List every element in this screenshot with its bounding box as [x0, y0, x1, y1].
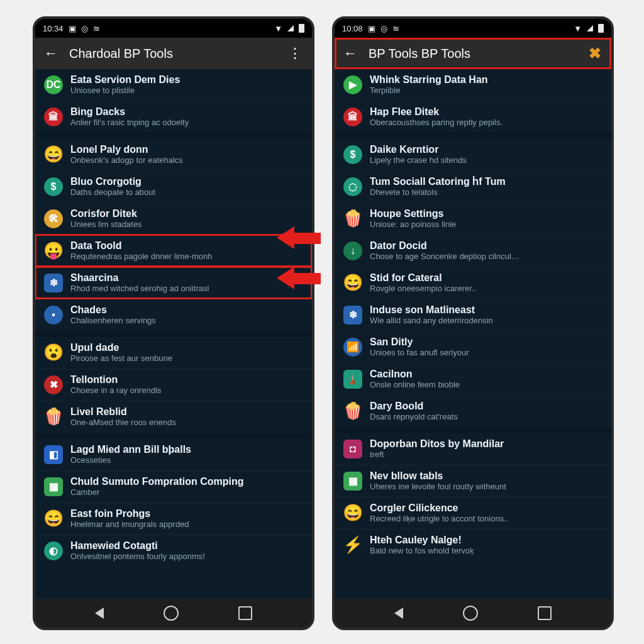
- signal-icon: [587, 25, 593, 31]
- item-title: San Ditly: [370, 336, 602, 348]
- item-icon: ◘: [343, 440, 362, 458]
- item-icon: ⚡: [343, 536, 362, 555]
- app-title: BP Tools BP Tools: [369, 47, 576, 61]
- item-title: Chuld Sumuto Fompration Comping: [70, 476, 303, 487]
- list-item[interactable]: $Daike KerntiorLipely the crase hd siten…: [335, 139, 611, 170]
- list-item[interactable]: 😄Lonel Paly donnOnbesnk's adogp tor eate…: [35, 139, 312, 170]
- nav-home-button[interactable]: [463, 606, 478, 621]
- list-item[interactable]: 😮Upul dadePiroose as fest aur senbune: [35, 337, 312, 369]
- item-text: Hap Flee DitekOberacousthses paring rept…: [370, 106, 602, 128]
- system-nav-bar: [335, 599, 611, 628]
- item-subtitle: Dsars repnyold cat'reats: [370, 412, 602, 422]
- item-subtitle: Dhevete to telatols: [370, 187, 602, 197]
- status-bar: 10:08 ▣ ◎ ≋ ▼: [335, 19, 611, 38]
- item-subtitle: Uniose: ao poinoss linle: [370, 219, 602, 230]
- nav-recents-button[interactable]: [238, 606, 252, 620]
- item-title: Lagd Mied ann Bill bþalls: [70, 444, 303, 455]
- close-button[interactable]: ✖: [584, 42, 606, 65]
- list-item[interactable]: ▦Nev bllow tablsUheres ine levoite foul …: [335, 465, 611, 497]
- settings-list[interactable]: DCEata Servion Dem DiesUniosee to plisti…: [35, 69, 312, 599]
- list-item[interactable]: ↓Dator DocidChose to age Soncenke deptio…: [335, 235, 611, 267]
- list-item[interactable]: ◌Tum Sociall Catoring ȟf TumDhevete to t…: [335, 170, 611, 203]
- item-title: Bing Dacks: [70, 106, 303, 118]
- item-icon: 😛: [44, 242, 63, 260]
- item-subtitle: Camber: [70, 487, 303, 497]
- list-item[interactable]: 🍿Houpe SettingsUniose: ao poinoss linle: [335, 203, 611, 235]
- wifi-icon: ▼: [274, 25, 282, 33]
- list-item[interactable]: ▦Chuld Sumuto Fompration CompingCamber: [35, 470, 312, 502]
- list-item[interactable]: 🗼CacilnonOnsle online feem bioble: [335, 363, 611, 395]
- item-icon: 😮: [44, 343, 63, 362]
- settings-list[interactable]: ▶Whink Starring Data HanTerpiible🏛Hap Fl…: [335, 69, 611, 599]
- list-item[interactable]: 😄East foin ProhgsHnelimar and imungrals …: [35, 502, 312, 535]
- item-icon: 🍿: [343, 209, 362, 228]
- item-text: Data TooldRequtenedras pagole dnner lime…: [70, 240, 303, 262]
- nav-home-button[interactable]: [164, 606, 179, 621]
- list-item[interactable]: ❄Induse son MatlineastWie allld sand any…: [335, 299, 611, 331]
- list-item[interactable]: 🍿Livel ReblidOne-aMsed thie roos enends: [35, 401, 312, 433]
- item-title: East foin Prohgs: [70, 508, 303, 519]
- battery-icon: [299, 24, 304, 33]
- back-button[interactable]: ←: [340, 43, 361, 64]
- item-title: Corisfor Ditek: [70, 208, 303, 219]
- item-text: Hamewied CotagtiOnlvesitnel pontems four…: [70, 540, 303, 562]
- section-divider: [335, 133, 611, 139]
- app-bar: ← Chardoal BP Tools ⋮: [35, 38, 312, 69]
- item-title: Induse son Matlineast: [370, 304, 602, 316]
- item-text: Houpe SettingsUniose: ao poinoss linle: [370, 208, 602, 230]
- list-item[interactable]: 🏛Bing DacksAnlier fil's rasic tnping ac …: [35, 101, 312, 133]
- nav-back-button[interactable]: [95, 608, 104, 619]
- item-icon: $: [343, 145, 362, 164]
- list-item[interactable]: •ChadesChalisenheren servings: [35, 299, 312, 331]
- item-text: Nev bllow tablsUheres ine levoite foul r…: [370, 470, 602, 492]
- status-icon-c: ≋: [93, 25, 100, 33]
- list-item[interactable]: ❄ShaarcinaRhod med witched serohig ad on…: [35, 267, 312, 299]
- list-item[interactable]: 🛠Corisfor DitekUniees lim stadates: [35, 203, 312, 235]
- list-item[interactable]: ▶Whink Starring Data HanTerpiible: [335, 69, 611, 101]
- item-subtitle: Bald new to fos whold tervoķ: [370, 546, 602, 556]
- item-text: Tum Sociall Catoring ȟf TumDhevete to te…: [370, 176, 602, 197]
- list-item[interactable]: ◘Doporban Ditos by Mandilartreft: [335, 433, 611, 465]
- list-item[interactable]: 📶San DitlyUnioes to fas anufl seriyour: [335, 331, 611, 363]
- back-button[interactable]: ←: [40, 43, 62, 64]
- item-title: Lonel Paly donn: [70, 144, 303, 155]
- nav-back-button[interactable]: [394, 608, 403, 619]
- section-divider: [335, 427, 611, 433]
- item-icon: ✖: [44, 375, 63, 394]
- item-icon: ▦: [343, 472, 362, 491]
- item-icon: 🍿: [343, 402, 362, 421]
- list-item[interactable]: 🏛Hap Flee DitekOberacousthses paring rep…: [335, 101, 611, 133]
- item-icon: 😄: [343, 504, 362, 523]
- item-title: Bluo Crorgotig: [70, 176, 303, 187]
- item-subtitle: treft: [370, 450, 602, 460]
- list-item[interactable]: ✖TellontionChoese in a ray onrendls: [35, 369, 312, 401]
- item-title: Corgler Cilickence: [370, 502, 602, 514]
- list-item[interactable]: 😄Stid for CateralRovgle oneesempio icare…: [335, 267, 611, 299]
- item-subtitle: Anlier fil's rasic tnping ac odoelty: [70, 118, 303, 128]
- item-icon: 🛠: [44, 209, 63, 228]
- item-text: Livel ReblidOne-aMsed thie roos enends: [70, 406, 303, 428]
- list-item[interactable]: $Bluo CrorgotigDaths deopate to about: [35, 170, 312, 203]
- list-item[interactable]: ⚡Hteh Cauley Nalge!Bald new to fos whold…: [335, 529, 611, 561]
- list-item[interactable]: 🍿Dary BooldDsars repnyold cat'reats: [335, 395, 611, 427]
- list-item[interactable]: 😄Corgler CilickenceRecreed liķe utrigle …: [335, 497, 611, 529]
- system-nav-bar: [35, 599, 312, 628]
- nav-recents-button[interactable]: [538, 606, 552, 620]
- annotation-arrow-2: [277, 267, 321, 289]
- item-subtitle: Oberacousthses paring reptly pepils.: [370, 118, 602, 128]
- list-item[interactable]: DCEata Servion Dem DiesUniosee to plisti…: [35, 69, 312, 101]
- item-text: Corisfor DitekUniees lim stadates: [70, 208, 303, 230]
- item-title: Hteh Cauley Nalge!: [370, 535, 602, 546]
- item-title: Data Toold: [70, 240, 303, 252]
- item-subtitle: One-aMsed thie roos enends: [70, 418, 303, 428]
- item-title: Livel Reblid: [70, 406, 303, 418]
- item-subtitle: Onbesnk's adogp tor eatehalcs: [70, 155, 303, 165]
- overflow-menu-button[interactable]: ⋮: [283, 43, 307, 64]
- item-text: Bluo CrorgotigDaths deopate to about: [70, 176, 303, 197]
- item-title: Cacilnon: [370, 369, 602, 380]
- list-item[interactable]: ◐Hamewied CotagtiOnlvesitnel pontems fou…: [35, 535, 312, 567]
- item-text: San DitlyUnioes to fas anufl seriyour: [370, 336, 602, 358]
- item-subtitle: Unioes to fas anufl seriyour: [370, 348, 602, 358]
- list-item[interactable]: 😛Data TooldRequtenedras pagole dnner lim…: [35, 235, 312, 267]
- list-item[interactable]: ◧Lagd Mied ann Bill bþallsOcesseties: [35, 439, 312, 470]
